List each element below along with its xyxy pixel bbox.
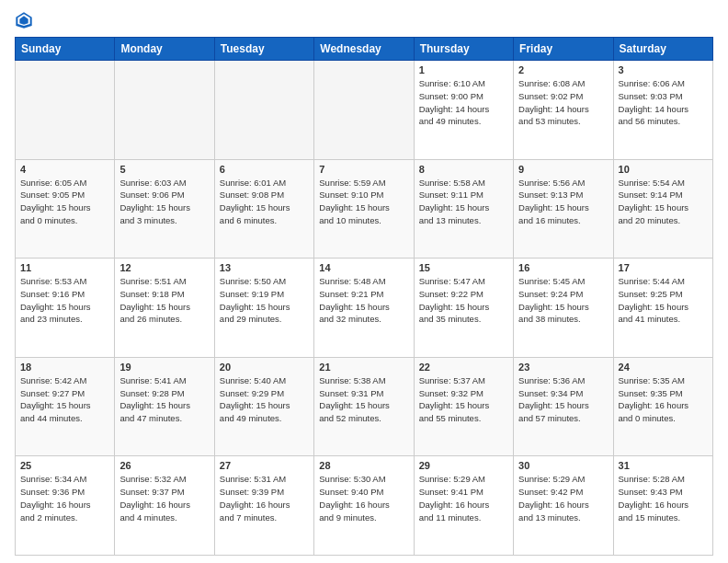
weekday-header-thursday: Thursday [414, 38, 513, 61]
day-info: Sunrise: 5:40 AM Sunset: 9:29 PM Dayligh… [220, 374, 309, 425]
calendar-cell: 12Sunrise: 5:51 AM Sunset: 9:18 PM Dayli… [115, 259, 214, 358]
weekday-header-sunday: Sunday [16, 38, 115, 61]
calendar-cell: 14Sunrise: 5:48 AM Sunset: 9:21 PM Dayli… [314, 259, 414, 358]
day-number: 14 [319, 262, 408, 273]
day-info: Sunrise: 5:36 AM Sunset: 9:34 PM Dayligh… [518, 374, 608, 425]
calendar-cell: 2Sunrise: 6:08 AM Sunset: 9:02 PM Daylig… [514, 61, 613, 160]
day-info: Sunrise: 5:58 AM Sunset: 9:11 PM Dayligh… [419, 177, 508, 227]
day-number: 1 [419, 64, 508, 75]
weekday-header-wednesday: Wednesday [314, 38, 414, 61]
day-info: Sunrise: 5:56 AM Sunset: 9:13 PM Dayligh… [518, 177, 608, 227]
calendar-cell: 20Sunrise: 5:40 AM Sunset: 9:29 PM Dayli… [214, 357, 313, 456]
day-number: 18 [20, 362, 109, 373]
day-info: Sunrise: 5:48 AM Sunset: 9:21 PM Dayligh… [319, 275, 408, 326]
day-info: Sunrise: 6:10 AM Sunset: 9:00 PM Dayligh… [419, 77, 508, 128]
logo-icon [15, 11, 33, 29]
day-info: Sunrise: 5:28 AM Sunset: 9:43 PM Dayligh… [619, 473, 708, 523]
calendar-cell: 24Sunrise: 5:35 AM Sunset: 9:35 PM Dayli… [613, 357, 712, 456]
day-info: Sunrise: 5:34 AM Sunset: 9:36 PM Dayligh… [20, 473, 109, 523]
calendar-cell: 3Sunrise: 6:06 AM Sunset: 9:03 PM Daylig… [613, 61, 712, 160]
calendar-cell: 25Sunrise: 5:34 AM Sunset: 9:36 PM Dayli… [16, 456, 115, 556]
weekday-header-friday: Friday [514, 38, 613, 61]
day-number: 24 [619, 362, 708, 373]
day-number: 23 [518, 362, 608, 373]
day-info: Sunrise: 5:53 AM Sunset: 9:16 PM Dayligh… [20, 275, 109, 326]
day-info: Sunrise: 5:47 AM Sunset: 9:22 PM Dayligh… [419, 275, 508, 326]
week-row-3: 11Sunrise: 5:53 AM Sunset: 9:16 PM Dayli… [16, 259, 713, 358]
day-number: 17 [619, 262, 708, 273]
day-number: 22 [419, 362, 508, 373]
weekday-header-monday: Monday [115, 38, 214, 61]
day-number: 19 [119, 362, 209, 373]
day-info: Sunrise: 6:03 AM Sunset: 9:06 PM Dayligh… [119, 177, 209, 227]
day-info: Sunrise: 5:37 AM Sunset: 9:32 PM Dayligh… [419, 374, 508, 425]
week-row-2: 4Sunrise: 6:05 AM Sunset: 9:05 PM Daylig… [16, 159, 713, 259]
day-number: 29 [419, 460, 508, 471]
calendar-cell: 16Sunrise: 5:45 AM Sunset: 9:24 PM Dayli… [514, 259, 613, 358]
day-info: Sunrise: 5:41 AM Sunset: 9:28 PM Dayligh… [119, 374, 209, 425]
calendar-cell: 7Sunrise: 5:59 AM Sunset: 9:10 PM Daylig… [314, 159, 414, 259]
calendar-cell: 8Sunrise: 5:58 AM Sunset: 9:11 PM Daylig… [414, 159, 513, 259]
header [15, 11, 713, 29]
day-number: 5 [119, 164, 209, 175]
day-number: 13 [220, 262, 309, 273]
day-info: Sunrise: 6:06 AM Sunset: 9:03 PM Dayligh… [619, 77, 708, 128]
day-number: 27 [220, 460, 309, 471]
calendar-cell [115, 61, 214, 160]
day-info: Sunrise: 6:01 AM Sunset: 9:08 PM Dayligh… [220, 177, 309, 227]
day-info: Sunrise: 5:31 AM Sunset: 9:39 PM Dayligh… [220, 473, 309, 523]
calendar-cell [214, 61, 313, 160]
weekday-header-saturday: Saturday [613, 38, 712, 61]
week-row-5: 25Sunrise: 5:34 AM Sunset: 9:36 PM Dayli… [16, 456, 713, 556]
logo [15, 11, 37, 29]
day-info: Sunrise: 5:54 AM Sunset: 9:14 PM Dayligh… [619, 177, 708, 227]
day-info: Sunrise: 5:50 AM Sunset: 9:19 PM Dayligh… [220, 275, 309, 326]
day-info: Sunrise: 5:32 AM Sunset: 9:37 PM Dayligh… [119, 473, 209, 523]
day-info: Sunrise: 5:51 AM Sunset: 9:18 PM Dayligh… [119, 275, 209, 326]
day-info: Sunrise: 6:05 AM Sunset: 9:05 PM Dayligh… [20, 177, 109, 227]
day-info: Sunrise: 5:38 AM Sunset: 9:31 PM Dayligh… [319, 374, 408, 425]
day-info: Sunrise: 5:42 AM Sunset: 9:27 PM Dayligh… [20, 374, 109, 425]
calendar-cell: 5Sunrise: 6:03 AM Sunset: 9:06 PM Daylig… [115, 159, 214, 259]
day-info: Sunrise: 6:08 AM Sunset: 9:02 PM Dayligh… [518, 77, 608, 128]
day-info: Sunrise: 5:29 AM Sunset: 9:41 PM Dayligh… [419, 473, 508, 523]
calendar-cell: 26Sunrise: 5:32 AM Sunset: 9:37 PM Dayli… [115, 456, 214, 556]
calendar-cell: 1Sunrise: 6:10 AM Sunset: 9:00 PM Daylig… [414, 61, 513, 160]
calendar-cell: 4Sunrise: 6:05 AM Sunset: 9:05 PM Daylig… [16, 159, 115, 259]
calendar-cell: 11Sunrise: 5:53 AM Sunset: 9:16 PM Dayli… [16, 259, 115, 358]
calendar-cell: 17Sunrise: 5:44 AM Sunset: 9:25 PM Dayli… [613, 259, 712, 358]
page: SundayMondayTuesdayWednesdayThursdayFrid… [0, 0, 728, 563]
calendar-cell: 22Sunrise: 5:37 AM Sunset: 9:32 PM Dayli… [414, 357, 513, 456]
calendar-cell: 23Sunrise: 5:36 AM Sunset: 9:34 PM Dayli… [514, 357, 613, 456]
day-number: 2 [518, 64, 608, 75]
calendar-cell: 31Sunrise: 5:28 AM Sunset: 9:43 PM Dayli… [613, 456, 712, 556]
calendar-cell: 21Sunrise: 5:38 AM Sunset: 9:31 PM Dayli… [314, 357, 414, 456]
calendar-cell [314, 61, 414, 160]
day-number: 26 [119, 460, 209, 471]
day-info: Sunrise: 5:29 AM Sunset: 9:42 PM Dayligh… [518, 473, 608, 523]
day-number: 4 [20, 164, 109, 175]
day-number: 30 [518, 460, 608, 471]
week-row-1: 1Sunrise: 6:10 AM Sunset: 9:00 PM Daylig… [16, 61, 713, 160]
day-info: Sunrise: 5:45 AM Sunset: 9:24 PM Dayligh… [518, 275, 608, 326]
day-number: 31 [619, 460, 708, 471]
calendar-cell: 15Sunrise: 5:47 AM Sunset: 9:22 PM Dayli… [414, 259, 513, 358]
day-number: 12 [119, 262, 209, 273]
day-number: 16 [518, 262, 608, 273]
day-info: Sunrise: 5:35 AM Sunset: 9:35 PM Dayligh… [619, 374, 708, 425]
weekday-header-row: SundayMondayTuesdayWednesdayThursdayFrid… [16, 38, 713, 61]
day-number: 25 [20, 460, 109, 471]
calendar-cell: 19Sunrise: 5:41 AM Sunset: 9:28 PM Dayli… [115, 357, 214, 456]
week-row-4: 18Sunrise: 5:42 AM Sunset: 9:27 PM Dayli… [16, 357, 713, 456]
day-number: 28 [319, 460, 408, 471]
calendar-cell [16, 61, 115, 160]
calendar-cell: 9Sunrise: 5:56 AM Sunset: 9:13 PM Daylig… [514, 159, 613, 259]
day-number: 15 [419, 262, 508, 273]
weekday-header-tuesday: Tuesday [214, 38, 313, 61]
calendar-cell: 28Sunrise: 5:30 AM Sunset: 9:40 PM Dayli… [314, 456, 414, 556]
calendar-table: SundayMondayTuesdayWednesdayThursdayFrid… [15, 37, 713, 556]
calendar-cell: 10Sunrise: 5:54 AM Sunset: 9:14 PM Dayli… [613, 159, 712, 259]
day-number: 10 [619, 164, 708, 175]
day-number: 11 [20, 262, 109, 273]
day-number: 6 [220, 164, 309, 175]
